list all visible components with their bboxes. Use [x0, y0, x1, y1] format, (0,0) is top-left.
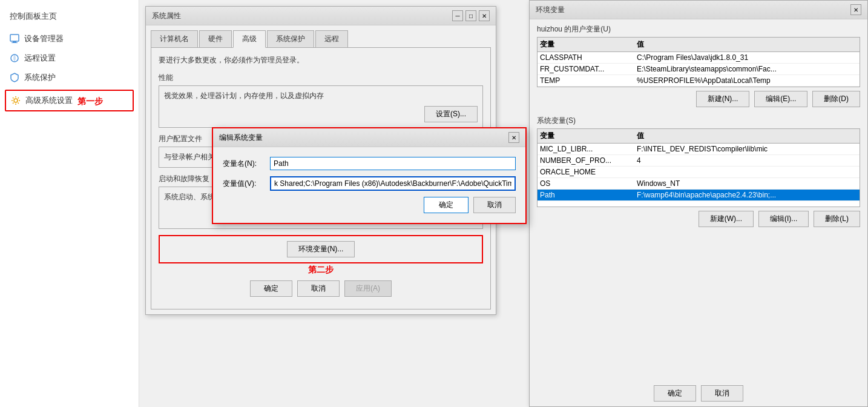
tab-system-protection[interactable]: 系统保护 — [267, 30, 314, 47]
sys-vars-header: 变量 值 — [538, 129, 860, 144]
sys-var-row-number-of-pro[interactable]: NUMBER_OF_PRO... 4 — [538, 155, 860, 167]
edit-dialog-btn-row: 确定 取消 — [223, 197, 516, 213]
svg-rect-1 — [13, 41, 16, 42]
system-props-titlebar: 系统属性 ─ □ ✕ — [146, 7, 496, 25]
edit-dialog-close-button[interactable]: ✕ — [508, 132, 519, 143]
gear-icon — [11, 96, 21, 105]
sys-props-apply-button[interactable]: 应用(A) — [344, 280, 392, 297]
var-name-label: 变量名(N): — [223, 159, 265, 169]
tab-hardware[interactable]: 硬件 — [199, 30, 232, 47]
edit-dialog-ok-button[interactable]: 确定 — [424, 197, 469, 213]
sidebar-label-system-protection: 系统保护 — [24, 72, 56, 83]
sys-vars-action-row: 新建(W)... 编辑(I)... 删除(L) — [530, 207, 867, 231]
remote-icon — [10, 53, 19, 63]
var-header: 变量 — [540, 39, 637, 50]
tab-advanced[interactable]: 高级 — [233, 30, 266, 48]
sidebar-label-advanced-settings: 高级系统设置 — [25, 95, 73, 106]
edit-dialog-title: 编辑系统变量 — [219, 133, 263, 143]
svg-rect-2 — [12, 42, 18, 43]
sidebar-item-advanced-settings[interactable]: 高级系统设置 第一步 — [5, 90, 134, 111]
user-vars-new-button[interactable]: 新建(N)... — [696, 91, 750, 107]
minimize-button[interactable]: ─ — [452, 10, 463, 21]
sys-props-bottom-btns: 确定 取消 应用(A) — [159, 276, 483, 302]
performance-settings-button[interactable]: 设置(S)... — [424, 106, 478, 122]
user-vars-section-title: huizhou 的用户变量(U) — [530, 19, 867, 37]
shield-icon — [10, 73, 19, 82]
tab-computer-name[interactable]: 计算机名 — [151, 30, 198, 47]
sys-vars-section: 系统变量(S) 变量 值 MIC_LD_LIBR... F:\INTEL_DEV… — [530, 111, 867, 231]
edit-dialog-body: 变量名(N): 变量值(V): 确定 取消 — [213, 147, 525, 223]
edit-dialog-cancel-button[interactable]: 取消 — [473, 197, 516, 213]
sidebar-label-remote-settings: 远程设置 — [24, 53, 56, 64]
user-var-row-fr-customdat[interactable]: FR_CUSTOMDAT... E:\SteamLibrary\steamapp… — [538, 64, 860, 75]
env-vars-button-container: 环境变量(N)... — [159, 235, 483, 263]
user-vars-delete-button[interactable]: 删除(D) — [812, 91, 860, 107]
notice-text: 要进行大多数更改，你必须作为管理员登录。 — [159, 55, 483, 65]
var-value-input[interactable] — [270, 176, 516, 191]
sidebar-item-device-manager[interactable]: 设备管理器 — [0, 29, 139, 48]
sys-vars-new-button[interactable]: 新建(W)... — [699, 211, 754, 227]
sys-var-row-os[interactable]: OS Windows_NT — [538, 178, 860, 190]
env-window-title: 环境变量 — [536, 5, 565, 15]
env-ok-button[interactable]: 确定 — [654, 385, 696, 402]
sys-val-header: 值 — [637, 131, 857, 141]
sys-var-row-path[interactable]: Path F:\wamp64\bin\apache\apache2.4.23\b… — [538, 190, 860, 201]
sys-props-ok-button[interactable]: 确定 — [250, 280, 292, 297]
var-value-row: 变量值(V): — [223, 176, 516, 191]
sidebar: 控制面板主页 设备管理器 远程设置 系统保护 高级系统设置 第一步 — [0, 0, 139, 407]
env-bottom-btn-row: 确定 取消 — [530, 380, 867, 406]
sidebar-item-system-protection[interactable]: 系统保护 — [0, 68, 139, 87]
sidebar-item-remote-settings[interactable]: 远程设置 — [0, 48, 139, 68]
user-var-row-classpath[interactable]: CLASSPATH C:\Program Files\Java\jdk1.8.0… — [538, 52, 860, 64]
env-cancel-button[interactable]: 取消 — [701, 385, 743, 402]
performance-desc: 视觉效果，处理器计划，内存使用，以及虚拟内存 — [164, 91, 478, 101]
tabs-bar: 计算机名 硬件 高级 系统保护 远程 — [146, 25, 496, 47]
env-window-close-button[interactable]: ✕ — [850, 4, 861, 15]
svg-rect-0 — [10, 35, 19, 41]
sidebar-label-device-manager: 设备管理器 — [24, 33, 64, 44]
sys-props-cancel-button[interactable]: 取消 — [297, 280, 340, 297]
user-vars-action-row: 新建(N)... 编辑(E)... 删除(D) — [530, 87, 867, 111]
edit-dialog-titlebar: 编辑系统变量 ✕ — [213, 128, 525, 147]
edit-system-variable-dialog: 编辑系统变量 ✕ 变量名(N): 变量值(V): 确定 取消 — [212, 127, 527, 224]
env-variables-window: 环境变量 ✕ huizhou 的用户变量(U) 变量 值 CLASSPATH C… — [529, 0, 868, 407]
user-var-row-temp[interactable]: TEMP %USERPROFILE%\AppData\Local\Temp — [538, 75, 860, 87]
maximize-button[interactable]: □ — [465, 10, 476, 21]
user-vars-header: 变量 值 — [538, 38, 860, 52]
sys-var-header: 变量 — [540, 131, 637, 141]
var-name-input[interactable] — [270, 157, 516, 170]
monitor-icon — [10, 34, 19, 44]
performance-section: 视觉效果，处理器计划，内存使用，以及虚拟内存 设置(S)... — [159, 85, 483, 128]
var-value-label: 变量值(V): — [223, 179, 265, 189]
step1-label: 第一步 — [77, 96, 103, 107]
env-vars-button[interactable]: 环境变量(N)... — [287, 241, 355, 257]
user-vars-table: 变量 值 CLASSPATH C:\Program Files\Java\jdk… — [537, 37, 860, 87]
sys-vars-edit-button[interactable]: 编辑(I)... — [758, 211, 809, 227]
var-name-row: 变量名(N): — [223, 157, 516, 170]
svg-point-4 — [14, 99, 18, 102]
window-controls: ─ □ ✕ — [452, 10, 490, 21]
sys-var-row-oracle-home[interactable]: ORACLE_HOME — [538, 167, 860, 178]
sys-vars-section-title: 系统变量(S) — [530, 111, 867, 128]
sys-vars-table[interactable]: 变量 值 MIC_LD_LIBR... F:\INTEL_DEV_REDIST\… — [537, 128, 860, 207]
user-vars-edit-button[interactable]: 编辑(E)... — [754, 91, 807, 107]
sidebar-title: 控制面板主页 — [0, 6, 139, 29]
sys-vars-delete-button[interactable]: 删除(L) — [814, 211, 860, 227]
sys-var-row-mic[interactable]: MIC_LD_LIBR... F:\INTEL_DEV_REDIST\compi… — [538, 144, 860, 155]
val-header: 值 — [637, 39, 857, 50]
step2-bottom-label: 第二步 — [159, 265, 483, 276]
performance-section-title: 性能 — [159, 73, 483, 83]
close-button[interactable]: ✕ — [479, 10, 490, 21]
tab-remote[interactable]: 远程 — [315, 30, 348, 47]
env-titlebar: 环境变量 ✕ — [530, 1, 867, 19]
system-props-title: 系统属性 — [152, 11, 181, 21]
